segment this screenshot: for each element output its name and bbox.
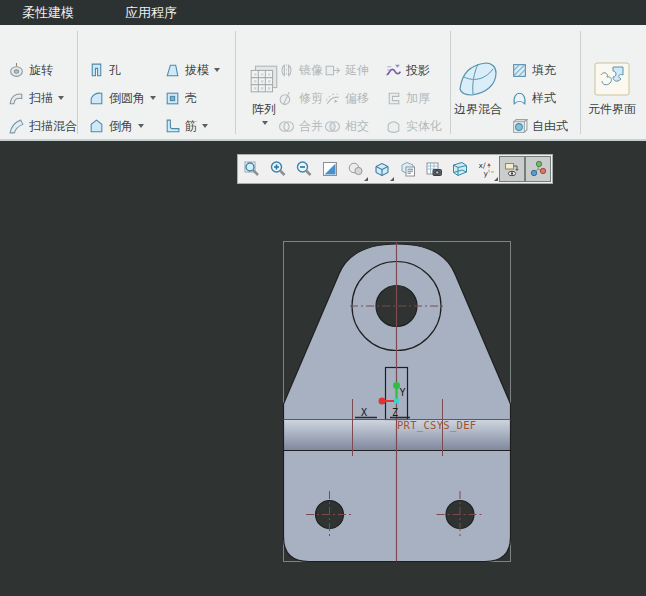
sweep-button[interactable]: 扫描 [5,86,67,110]
button-label: 壳 [185,90,197,107]
mirror-icon [278,62,295,79]
axis-label-z: Z [392,407,398,418]
dropdown-arrow-icon[interactable] [58,96,64,100]
round-button[interactable]: 倒圆角 [85,86,159,110]
shell-button[interactable]: 壳 [161,86,200,110]
application-window: 柔性建模 应用程序 旋转 扫描 扫描混合 孔 倒圆角 [0,0,646,596]
dropdown-corner-icon[interactable] [390,177,394,181]
component-interface-icon [593,56,631,102]
zoom-in-button[interactable] [265,156,291,182]
datum-display-button[interactable]: x/y [473,156,499,182]
button-label: 倒圆角 [109,90,145,107]
button-label: 边界混合 [454,102,502,117]
style-button[interactable]: 样式 [508,86,559,110]
revolve-icon [8,62,25,79]
thicken-icon [385,90,402,107]
sweep-icon [8,90,25,107]
dropdown-corner-icon[interactable] [364,177,368,181]
button-label: 元件界面 [588,102,636,117]
display-style-icon [347,160,365,178]
button-label: 倒角 [109,118,133,135]
draft-icon [164,62,181,79]
fill-button[interactable]: 填充 [508,58,559,82]
capture-button[interactable] [421,156,447,182]
merge-button: 合并 [275,114,326,138]
thicken-button: 加厚 [382,86,433,110]
style-icon [511,90,528,107]
button-label: 自由式 [532,118,568,135]
view-manager-button[interactable] [395,156,421,182]
offset-icon [324,90,341,107]
button-label: 投影 [406,62,430,79]
perspective-view-icon [451,160,469,178]
button-label: 阵列 [252,102,276,117]
zoom-in-icon [269,160,287,178]
hole-button[interactable]: 孔 [85,58,124,82]
button-label: 旋转 [29,62,53,79]
dropdown-arrow-icon[interactable] [214,68,220,72]
extend-button: 延伸 [321,58,372,82]
axis-label-x: X [361,407,367,418]
saved-orientations-button[interactable] [369,156,395,182]
repaint-button[interactable] [317,156,343,182]
csys-x-dot [379,398,386,405]
project-button[interactable]: 投影 [382,58,433,82]
zoom-out-button[interactable] [291,156,317,182]
button-label: 样式 [532,90,556,107]
tab-applications[interactable]: 应用程序 [113,0,189,25]
component-interface-button[interactable]: 元件界面 [582,56,642,138]
display-style-button[interactable] [343,156,369,182]
swept-blend-icon [8,118,25,135]
csys-origin-marker [394,399,399,404]
zoom-refit-button[interactable] [239,156,265,182]
freestyle-button[interactable]: 自由式 [508,114,571,138]
hole-icon [88,62,105,79]
boundary-blend-icon [456,56,500,102]
project-icon [385,62,402,79]
rib-icon [164,118,181,135]
trim-button: 修剪 [275,86,326,110]
group-separator [580,31,581,134]
fill-icon [511,62,528,79]
extend-icon [324,62,341,79]
dropdown-corner-icon[interactable] [494,177,498,181]
graphics-area[interactable]: X Z Y PRT_CSYS_DEF [0,143,646,596]
annotation-display-icon [503,160,521,178]
zoom-refit-icon [243,160,261,178]
zoom-out-icon [295,160,313,178]
rib-button[interactable]: 筋 [161,114,211,138]
annotation-display-toggle[interactable] [499,156,525,182]
axis-label-y: Y [400,387,406,398]
revolve-button[interactable]: 旋转 [5,58,56,82]
swept-blend-button[interactable]: 扫描混合 [5,114,80,138]
dropdown-arrow-icon[interactable] [262,121,268,125]
freestyle-icon [511,118,528,135]
boundary-blend-button[interactable]: 边界混合 [450,56,506,138]
ribbon: 旋转 扫描 扫描混合 孔 倒圆角 倒角 拔模 [0,25,646,141]
group-separator [235,31,236,134]
button-label: 扫描混合 [29,118,77,135]
dropdown-arrow-icon[interactable] [150,96,156,100]
round-icon [88,90,105,107]
button-label: 偏移 [345,90,369,107]
capture-icon [425,160,443,178]
tab-flexible-modeling[interactable]: 柔性建模 [10,0,86,25]
button-label: 加厚 [406,90,430,107]
model-view: X Z Y PRT_CSYS_DEF [0,143,646,596]
draft-button[interactable]: 拔模 [161,58,223,82]
mirror-button: 镜像 [275,58,326,82]
csys-label[interactable]: PRT_CSYS_DEF [397,419,476,432]
chamfer-button[interactable]: 倒角 [85,114,147,138]
view-manager-icon [399,160,417,178]
button-label: 镜像 [299,62,323,79]
trim-icon [278,90,295,107]
perspective-view-button[interactable] [447,156,473,182]
datum-display-icon: x/y [477,160,495,178]
button-label: 填充 [532,62,556,79]
button-label: 孔 [109,62,121,79]
offset-button: 偏移 [321,86,372,110]
spin-center-toggle[interactable] [525,156,551,182]
dropdown-arrow-icon[interactable] [138,124,144,128]
repaint-icon [321,160,339,178]
dropdown-arrow-icon[interactable] [202,124,208,128]
